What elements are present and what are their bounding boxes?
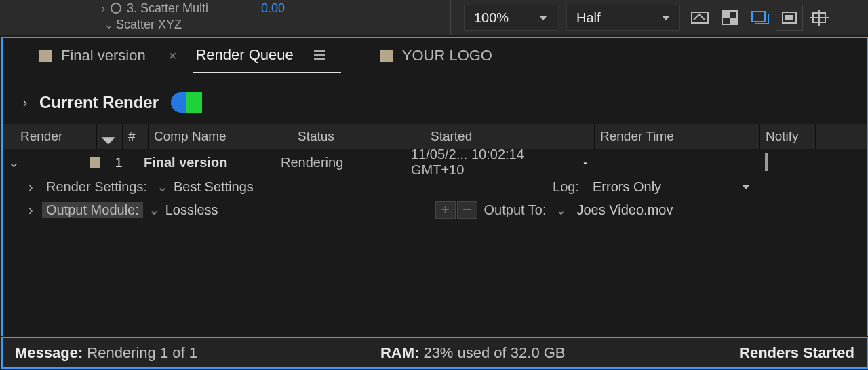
effect-row-scatter-multi[interactable]: › 3. Scatter Multi 0.00 [98, 0, 450, 16]
divider [458, 4, 458, 31]
chevron-down-icon [742, 185, 750, 189]
svg-rect-3 [730, 18, 737, 24]
output-module-row: › Output Module: ⌄ Lossless + − Output T… [3, 198, 867, 221]
tag-icon: ◣ [98, 128, 117, 146]
chevron-down-icon[interactable]: ⌄ [555, 202, 567, 218]
row-status: Rendering [275, 155, 408, 170]
label-swatch-icon[interactable] [90, 157, 100, 168]
renders-started-label: Renders Started [739, 344, 854, 362]
resolution-value: Half [576, 10, 601, 26]
output-module-value[interactable]: Lossless [165, 202, 218, 218]
row-notify [743, 155, 799, 170]
chevron-right-icon[interactable]: › [23, 96, 27, 110]
col-spacer [815, 124, 827, 149]
tab-your-logo[interactable]: YOUR LOGO [378, 38, 509, 73]
zoom-value: 100% [474, 10, 509, 26]
message-value: Rendering 1 of 1 [87, 344, 197, 362]
row-comp-name: Final version [132, 155, 275, 170]
panel-tabs: Final version × Render Queue YOUR LOGO [1, 37, 868, 73]
chevron-right-icon[interactable]: › [28, 202, 42, 218]
remove-output-button[interactable]: − [457, 201, 477, 219]
log-value: Errors Only [593, 179, 661, 195]
output-module-add-remove: + − [435, 201, 477, 219]
row-started: 11/05/2... 10:02:14 GMT+10 [408, 147, 578, 178]
chevron-down-icon[interactable]: ⌄ [149, 202, 160, 218]
current-render-section: › Current Render [3, 73, 867, 124]
svg-rect-5 [785, 15, 793, 20]
col-label[interactable]: ◣ [96, 124, 122, 149]
render-settings-label: Render Settings: [42, 179, 151, 195]
current-render-label: Current Render [39, 93, 159, 112]
col-render-time[interactable]: Render Time [594, 124, 760, 149]
notify-checkbox[interactable] [765, 153, 768, 171]
render-settings-row: › Render Settings: ⌄ Best Settings Log: … [3, 175, 867, 198]
region-of-interest-icon[interactable] [776, 5, 803, 31]
exposure-icon[interactable] [686, 5, 713, 31]
chevron-down-icon [539, 16, 547, 20]
ram-value: 23% used of 32.0 GB [423, 344, 565, 362]
divider [682, 4, 682, 31]
add-output-button[interactable]: + [435, 201, 456, 219]
queue-header-row: Render ◣ # Comp Name Status Started Rend… [3, 124, 867, 149]
svg-rect-0 [692, 12, 708, 23]
svg-rect-2 [722, 11, 730, 18]
tab-label: Render Queue [195, 46, 293, 64]
effect-group-label: Scatter XYZ [116, 18, 182, 32]
chevron-down-icon[interactable]: ⌄ [104, 17, 113, 32]
output-filename[interactable]: Joes Video.mov [576, 202, 673, 218]
tab-render-queue[interactable]: Render Queue [193, 39, 340, 74]
col-render[interactable]: Render [15, 124, 96, 149]
col-comp-name[interactable]: Comp Name [148, 124, 292, 149]
effects-panel-fragment: › 3. Scatter Multi 0.00 ⌄ Scatter XYZ [0, 0, 450, 35]
ram-label: RAM: [380, 344, 419, 362]
effect-property-value[interactable]: 0.00 [261, 1, 285, 16]
tab-label: YOUR LOGO [402, 47, 492, 64]
chevron-down-icon[interactable]: ⌄ [8, 154, 23, 170]
tab-final-version[interactable]: Final version × [37, 38, 193, 73]
col-number[interactable]: # [122, 124, 148, 149]
message-label: Message: [15, 344, 83, 362]
row-render-time: - [578, 155, 743, 170]
composition-swatch-icon [380, 50, 393, 62]
transparency-grid-icon[interactable] [716, 5, 743, 31]
queue-row[interactable]: ⌄ 1 Final version Rendering 11/05/2... 1… [3, 149, 867, 175]
col-status[interactable]: Status [292, 124, 425, 149]
col-notify[interactable]: Notify [760, 124, 815, 149]
guides-icon[interactable] [806, 5, 833, 31]
chevron-down-icon [662, 16, 670, 20]
row-number: 1 [106, 155, 132, 170]
effect-row-scatter-xyz[interactable]: ⌄ Scatter XYZ [104, 16, 450, 33]
log-label: Log: [553, 179, 579, 195]
mask-visibility-icon[interactable] [746, 5, 773, 31]
viewer-controls: 100% Half [450, 0, 868, 35]
render-queue-panel: › Current Render Render ◣ # Comp Name St… [1, 73, 868, 336]
divider [559, 4, 559, 31]
chevron-down-icon[interactable]: ⌄ [157, 179, 168, 195]
tab-label: Final version [61, 47, 146, 64]
composition-swatch-icon [39, 50, 52, 62]
render-settings-value[interactable]: Best Settings [174, 179, 254, 195]
panel-menu-icon[interactable] [314, 50, 325, 60]
zoom-dropdown[interactable]: 100% [464, 5, 557, 31]
col-started[interactable]: Started [425, 124, 594, 149]
effect-property-label: 3. Scatter Multi [127, 1, 208, 16]
output-to-label: Output To: [484, 202, 547, 218]
output-module-label: Output Module: [42, 202, 143, 218]
status-bar: Message: Rendering 1 of 1 RAM: 23% used … [1, 337, 868, 369]
chevron-right-icon[interactable]: › [98, 1, 108, 16]
resolution-dropdown[interactable]: Half [566, 5, 680, 31]
log-dropdown[interactable]: Errors Only [585, 179, 758, 195]
close-icon[interactable]: × [169, 48, 177, 64]
chevron-right-icon[interactable]: › [28, 179, 42, 195]
keyframe-toggle-icon[interactable] [111, 3, 121, 14]
render-progress-indicator [171, 92, 202, 113]
